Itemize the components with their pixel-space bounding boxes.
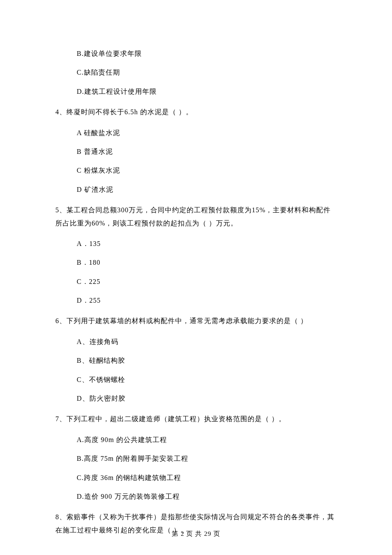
q3-option-c: C.缺陷责任期: [55, 68, 337, 77]
q6-option-d: D、防火密封胶: [55, 394, 337, 403]
q4-option-d: D 矿渣水泥: [55, 185, 337, 194]
q5-stem: 5、某工程合同总额300万元，合同中约定的工程预付款额度为15%，主要材料和构配…: [55, 204, 337, 230]
q5-option-c: C．225: [55, 277, 337, 286]
q5-option-a: A．135: [55, 239, 337, 249]
q7-option-b: B.高度 75m 的附着脚手架安装工程: [55, 454, 337, 463]
q5-option-b: B．180: [55, 258, 337, 267]
q6-option-b: B、硅酮结构胶: [55, 356, 337, 365]
q4-option-b: B 普通水泥: [55, 147, 337, 156]
page-content: B.建设单位要求年限 C.缺陷责任期 D.建筑工程设计使用年限 4、终凝时间不得…: [0, 0, 392, 537]
q4-stem: 4、终凝时间不得长于6.5h 的水泥是（ ）。: [55, 106, 337, 119]
q3-option-d: D.建筑工程设计使用年限: [55, 87, 337, 96]
page-footer: 第 2 页 共 29 页: [0, 530, 392, 538]
q6-option-c: C、不锈钢螺栓: [55, 375, 337, 384]
q7-option-a: A.高度 90m 的公共建筑工程: [55, 435, 337, 445]
q7-stem: 7、下列工程中，超出二级建造师（建筑工程）执业资格范围的是（ ）。: [55, 413, 337, 425]
q6-option-a: A、连接角码: [55, 337, 337, 347]
q4-option-a: A 硅酸盐水泥: [55, 128, 337, 138]
q7-option-d: D.造价 900 万元的装饰装修工程: [55, 492, 337, 501]
q3-option-b: B.建设单位要求年限: [55, 49, 337, 58]
q6-stem: 6、下列用于建筑幕墙的材料或构配件中，通常无需考虑承载能力要求的是（ ）: [55, 315, 337, 327]
q7-option-c: C.跨度 36m 的钢结构建筑物工程: [55, 473, 337, 483]
q4-option-c: C 粉煤灰水泥: [55, 166, 337, 175]
q5-option-d: D．255: [55, 296, 337, 305]
